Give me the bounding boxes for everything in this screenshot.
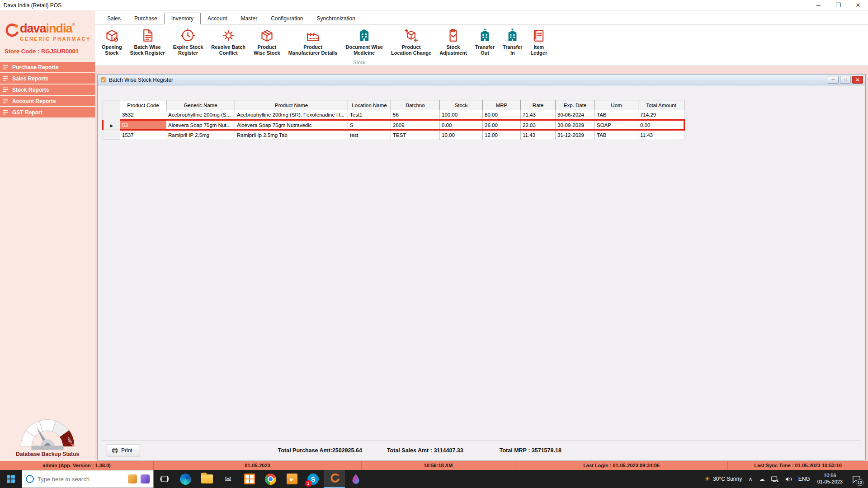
column-header-product-name[interactable]: Product Name xyxy=(235,100,348,110)
sidebar-item-sales-reports[interactable]: Sales Reports xyxy=(0,73,95,84)
column-header-exp-date[interactable]: Exp. Date xyxy=(556,100,595,110)
sidebar-item-stock-reports[interactable]: Stock Reports xyxy=(0,84,95,95)
column-header-product-code[interactable]: Product Code xyxy=(120,100,166,110)
ribbon-item-ledger[interactable]: Item Ledger xyxy=(527,27,552,57)
app-minimize-button[interactable]: ─ xyxy=(808,0,828,11)
column-header-generic-name[interactable]: Generic Name xyxy=(166,100,235,110)
tab-sales[interactable]: Sales xyxy=(100,13,127,24)
search-highlight-icon[interactable] xyxy=(141,474,150,483)
tab-purchase[interactable]: Purchase xyxy=(127,13,164,24)
ribbon-product-wise-stock[interactable]: Product Wise Stock xyxy=(250,27,284,57)
tray-onedrive[interactable]: ☁ xyxy=(756,470,768,488)
davaindia-app-icon xyxy=(329,473,340,485)
ribbon-transfer-in[interactable]: Transfer In xyxy=(499,27,526,57)
taskbar-skype[interactable]: S 1 xyxy=(302,470,324,488)
ribbon-expire-stock-register[interactable]: Expire Stock Register xyxy=(169,27,208,57)
brand-name-india: india xyxy=(46,23,72,35)
column-header-rate[interactable]: Rate xyxy=(521,100,556,110)
ribbon-product-manufacturer-details[interactable]: Product Manufacturer Details xyxy=(284,27,342,57)
sidebar-item-gst-report[interactable]: GST Report xyxy=(0,107,95,117)
row-selector-header[interactable] xyxy=(103,100,120,110)
table-row[interactable]: 3532 Acebrophylline 200mg (S... Acebroph… xyxy=(103,110,684,120)
cell-batchno: 2809 xyxy=(391,120,440,130)
main-area: Sales Purchase Inventory Account Master … xyxy=(95,11,868,461)
row-selector-cell[interactable] xyxy=(103,130,120,140)
status-time: 10:56:18 AM xyxy=(362,461,515,470)
taskbar-app-grid[interactable] xyxy=(239,470,260,488)
task-view-button[interactable] xyxy=(154,470,175,488)
column-header-total-amount[interactable]: Total Amount xyxy=(638,100,684,110)
cell-product-code: 1537 xyxy=(120,130,166,140)
tab-configuration[interactable]: Configuration xyxy=(264,13,310,24)
tray-overflow-button[interactable]: ∧ xyxy=(745,470,756,488)
start-button[interactable] xyxy=(0,470,22,488)
tab-master[interactable]: Master xyxy=(234,13,264,24)
sidebar-item-account-reports[interactable]: Account Reports xyxy=(0,96,95,106)
taskbar-amber-app[interactable]: ▸ xyxy=(281,470,302,488)
action-center-button[interactable]: 13 xyxy=(847,470,866,488)
sun-icon: ☀ xyxy=(704,475,710,483)
maximize-icon: ❐ xyxy=(835,2,841,9)
tray-volume[interactable] xyxy=(782,470,795,488)
ribbon-opening-stock[interactable]: Opening Stock xyxy=(98,27,126,57)
ribbon-product-location-change[interactable]: Product Location Change xyxy=(387,27,435,57)
app-title: Dava India (Retail) POS xyxy=(0,2,808,9)
cell-total-amount: 0.00 xyxy=(638,120,684,130)
print-button[interactable]: Print xyxy=(107,445,140,456)
show-desktop-button[interactable] xyxy=(866,470,868,488)
search-input[interactable] xyxy=(38,476,124,483)
cell-exp-date: 30-09-2029 xyxy=(556,120,595,130)
minimize-icon: ─ xyxy=(816,2,820,9)
cell-exp-date: 31-12-2029 xyxy=(556,130,595,140)
cortana-icon xyxy=(26,475,34,483)
search-highlight-icon[interactable] xyxy=(128,474,137,483)
cell-location-name: Test1 xyxy=(348,110,391,120)
taskbar-chrome[interactable] xyxy=(260,470,281,488)
column-header-uom[interactable]: Uom xyxy=(595,100,638,110)
child-maximize-button[interactable]: □ xyxy=(840,76,851,84)
ribbon-document-wise-medicine[interactable]: Document Wise Medicine xyxy=(342,27,387,57)
taskbar-search[interactable] xyxy=(22,470,154,488)
tray-language[interactable]: ENG xyxy=(795,470,813,488)
tab-account[interactable]: Account xyxy=(201,13,234,24)
child-close-button[interactable]: ✕ xyxy=(852,76,863,84)
table-row[interactable]: 1537 Ramipril IP 2.5mg Ramipril Ip 2.5mg… xyxy=(103,130,684,140)
taskbar-edge[interactable] xyxy=(175,470,196,488)
system-tray: ☀ 30°C Sunny ∧ ☁ ENG 10:56 01-05-2023 13 xyxy=(701,470,868,488)
table-row-selected[interactable]: ▶ 53 Aloevera Soap 75gm Nut... Aloevera … xyxy=(103,120,684,130)
app-maximize-button[interactable]: ❐ xyxy=(828,0,848,11)
column-header-batchno[interactable]: Batchno xyxy=(391,100,440,110)
sidebar-item-purchase-reports[interactable]: Purchase Reports xyxy=(0,62,95,72)
database-backup-status-label: Database Backup Status xyxy=(16,451,79,457)
tray-clock[interactable]: 10:56 01-05-2023 xyxy=(813,470,847,488)
report-icon xyxy=(3,87,9,92)
close-icon: ✕ xyxy=(856,2,861,9)
child-minimize-button[interactable]: ─ xyxy=(828,76,839,84)
tab-synchronization[interactable]: Synchronization xyxy=(310,13,362,24)
amber-app-icon: ▸ xyxy=(287,474,297,484)
ribbon-resolve-batch-conflict[interactable]: Resolve Batch Conflict xyxy=(207,27,250,57)
column-header-stock[interactable]: Stock xyxy=(440,100,483,110)
column-header-mrp[interactable]: MRP xyxy=(483,100,521,110)
tray-network[interactable] xyxy=(768,470,782,488)
taskbar-drop-app[interactable] xyxy=(345,470,366,488)
row-selector-cell[interactable] xyxy=(103,110,120,120)
ribbon-stock-adjustment[interactable]: Stock Adjustment xyxy=(435,27,471,57)
ribbon-transfer-out[interactable]: Transfer Out xyxy=(471,27,499,57)
speaker-icon xyxy=(785,476,792,482)
taskbar-davaindia-pos[interactable] xyxy=(324,470,345,488)
tab-inventory[interactable]: Inventory xyxy=(164,13,201,24)
taskbar-weather[interactable]: ☀ 30°C Sunny xyxy=(701,470,745,488)
column-header-location-name[interactable]: Location Name xyxy=(348,100,391,110)
app-close-button[interactable]: ✕ xyxy=(848,0,868,11)
chrome-icon xyxy=(265,474,276,485)
child-window-titlebar[interactable]: Batch Wise Stock Register ─ □ ✕ xyxy=(98,75,865,85)
status-last-login: Last Login : 01-05-2023 09:34:06 xyxy=(515,461,728,470)
cell-uom: TAB xyxy=(595,110,638,120)
cell-product-name: Acebrophylline 200mg (SR), Fexofenadine … xyxy=(235,110,348,120)
ribbon-batch-wise-stock-register[interactable]: Batch Wise Stock Register xyxy=(126,27,169,57)
stock-adjustment-icon xyxy=(446,28,461,43)
row-selector-cell[interactable]: ▶ xyxy=(103,120,120,130)
taskbar-file-explorer[interactable] xyxy=(196,470,217,488)
taskbar-mail[interactable]: ✉ xyxy=(217,470,239,488)
